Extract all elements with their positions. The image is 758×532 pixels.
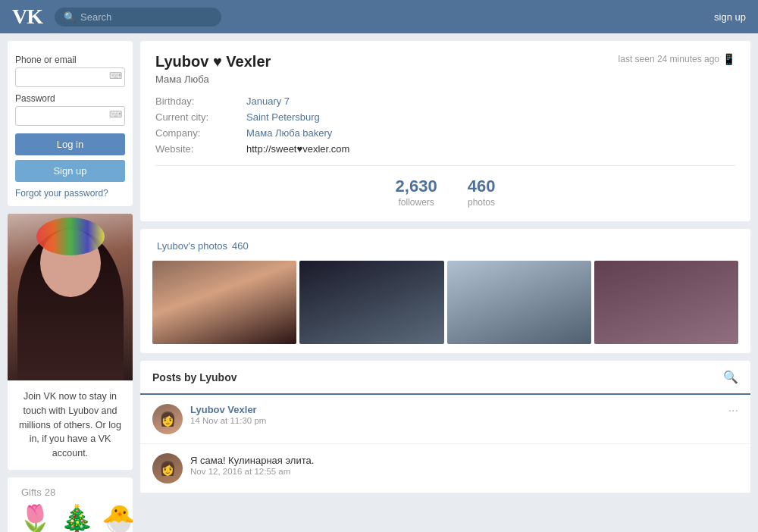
post-content-1: Lyubov Vexler 14 Nov at 11:30 pm xyxy=(190,404,721,425)
phone-label: Phone or email xyxy=(15,55,125,65)
join-text: Join VK now to stay in touch with Lyubov… xyxy=(8,380,133,470)
main-layout: Phone or email ⌨ Password ⌨ Log in Sign … xyxy=(0,33,758,532)
city-val[interactable]: Saint Petersburg xyxy=(246,111,320,123)
photo-thumb-3[interactable] xyxy=(447,261,591,344)
search-box: 🔍 xyxy=(55,8,221,27)
photos-grid xyxy=(152,261,738,344)
sidebar: Phone or email ⌨ Password ⌨ Log in Sign … xyxy=(8,41,133,532)
city-key: Current city: xyxy=(155,111,246,123)
profile-name: Lyubov ♥ Vexler xyxy=(155,53,271,70)
posts-search-icon[interactable]: 🔍 xyxy=(723,370,738,384)
posts-card: Posts by Lyubov 🔍 👩 Lyubov Vexler 14 Nov… xyxy=(140,361,750,493)
profile-name-row: Lyubov ♥ Vexler last seen 24 minutes ago… xyxy=(155,53,735,70)
followers-label: followers xyxy=(398,197,434,208)
stat-photos[interactable]: 460 photos xyxy=(468,177,496,208)
website-key: Website: xyxy=(155,143,246,155)
gifts-row: 🌷 🎄 🐣 xyxy=(18,505,122,532)
company-val[interactable]: Мама Люба bakery xyxy=(246,127,332,139)
post-author-1[interactable]: Lyubov Vexler xyxy=(190,404,721,415)
header: VK 🔍 sign up xyxy=(0,0,758,33)
post-item-2: 👩 Я сама! Кулинарная элита. Nov 12, 2016… xyxy=(140,444,750,493)
photos-title: Lyubov's photos460 xyxy=(152,239,738,252)
login-box: Phone or email ⌨ Password ⌨ Log in Sign … xyxy=(8,41,133,206)
post-time-1: 14 Nov at 11:30 pm xyxy=(190,416,721,425)
post-avatar-1[interactable]: 👩 xyxy=(152,404,183,434)
post-avatar-2[interactable]: 👩 xyxy=(152,453,183,483)
photos-count: 460 xyxy=(468,177,496,196)
photo-thumb-1[interactable] xyxy=(152,261,296,344)
gifts-card: Gifts28 🌷 🎄 🐣 xyxy=(8,477,133,532)
vk-logo[interactable]: VK xyxy=(12,5,42,29)
profile-nickname: Мама Люба xyxy=(155,74,735,85)
website-val[interactable]: http://sweet♥vexler.com xyxy=(246,143,349,155)
gift-bunny: 🐣 xyxy=(102,505,133,532)
forgot-password-link[interactable]: Forgot your password? xyxy=(15,188,125,199)
stats-row: 2,630 followers 460 photos xyxy=(155,177,735,208)
field-company: Company: Мама Люба bakery xyxy=(155,127,735,139)
birthday-val[interactable]: January 7 xyxy=(246,95,290,107)
right-pane: Lyubov ♥ Vexler last seen 24 minutes ago… xyxy=(140,41,750,532)
photo-thumb-4[interactable] xyxy=(594,261,738,344)
profile-photo[interactable] xyxy=(8,214,133,380)
password-icon: ⌨ xyxy=(109,109,122,120)
photos-label: photos xyxy=(468,197,495,208)
profile-photo-card: Join VK now to stay in touch with Lyubov… xyxy=(8,214,133,470)
profile-info-card: Lyubov ♥ Vexler last seen 24 minutes ago… xyxy=(140,41,750,221)
mobile-icon: 📱 xyxy=(722,53,735,65)
header-signup-link[interactable]: sign up xyxy=(714,11,746,23)
photo-thumb-2[interactable] xyxy=(299,261,443,344)
photos-card: Lyubov's photos460 xyxy=(140,229,750,353)
stat-followers[interactable]: 2,630 followers xyxy=(396,177,437,208)
company-key: Company: xyxy=(155,127,246,139)
gift-tree: 🎄 xyxy=(60,505,94,532)
post-options-1[interactable]: ··· xyxy=(728,404,738,418)
field-website: Website: http://sweet♥vexler.com xyxy=(155,143,735,155)
birthday-key: Birthday: xyxy=(155,95,246,107)
profile-fields: Birthday: January 7 Current city: Saint … xyxy=(155,95,735,155)
signup-button[interactable]: Sign up xyxy=(15,160,125,182)
phone-icon: ⌨ xyxy=(109,70,122,81)
posts-header-title: Posts by Lyubov xyxy=(152,371,237,383)
login-button[interactable]: Log in xyxy=(15,133,125,155)
post-time-2: Nov 12, 2016 at 12:55 am xyxy=(190,467,738,476)
password-label: Password xyxy=(15,93,125,104)
posts-header: Posts by Lyubov 🔍 xyxy=(140,361,750,395)
gifts-title: Gifts28 xyxy=(18,487,122,498)
search-input[interactable] xyxy=(80,11,202,23)
followers-count: 2,630 xyxy=(396,177,437,196)
gift-tulip: 🌷 xyxy=(18,505,52,532)
last-seen: last seen 24 minutes ago 📱 xyxy=(619,53,735,65)
post-text-2: Я сама! Кулинарная элита. xyxy=(190,455,738,466)
post-content-2: Я сама! Кулинарная элита. Nov 12, 2016 a… xyxy=(190,453,738,476)
field-birthday: Birthday: January 7 xyxy=(155,95,735,107)
post-item-1: 👩 Lyubov Vexler 14 Nov at 11:30 pm ··· xyxy=(140,395,750,444)
field-city: Current city: Saint Petersburg xyxy=(155,111,735,123)
search-icon: 🔍 xyxy=(64,11,76,23)
